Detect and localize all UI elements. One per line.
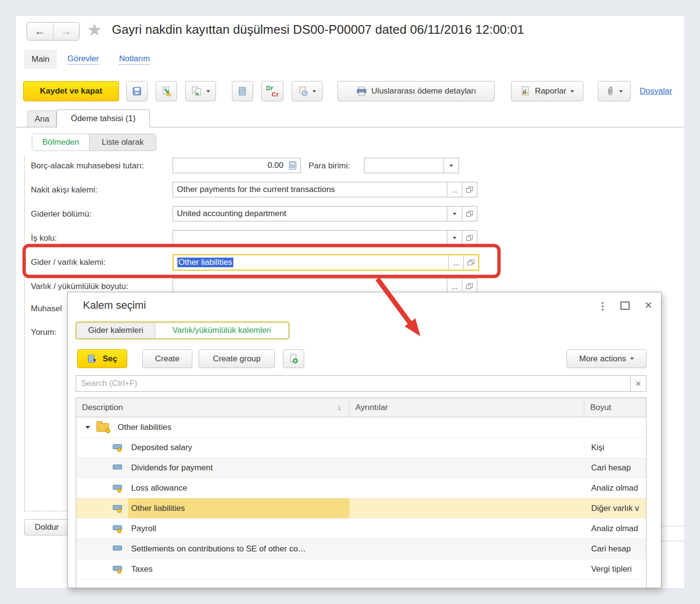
column-header-boyut[interactable]: Boyut <box>584 398 646 417</box>
create-group-button[interactable]: Create group <box>199 349 275 368</box>
tab-gider-kalemleri[interactable]: Gider kalemleri <box>76 322 155 339</box>
dialog-tab-group: Gider kalemleri Varlık/yükümlülük kaleml… <box>75 321 290 340</box>
table-row[interactable]: Other liabilities Diğer varlık v <box>76 498 646 519</box>
expense-dept-field[interactable]: United accounting department <box>173 206 477 221</box>
item-description: Other liabilities <box>128 498 350 518</box>
amount-field <box>173 158 284 173</box>
dialog-title: Kalem seçimi <box>83 299 146 312</box>
expense-dept-open-button[interactable] <box>462 206 477 221</box>
cash-flow-value: Other payments for the current transacti… <box>173 182 447 197</box>
table-row[interactable]: Payroll Analiz olmad <box>76 519 646 539</box>
window-title: Gayri nakdin kayıttan düşülmesi DS00-P00… <box>112 22 524 37</box>
table-row[interactable]: Dividends for payment Cari hesap <box>76 458 646 478</box>
tree-expand-icon[interactable] <box>83 426 92 429</box>
tab-varlik-yukumluluk-kalemleri[interactable]: Varlık/yükümlülük kalemleri <box>155 322 289 339</box>
expense-dept-value: United accounting department <box>173 206 447 221</box>
expense-asset-choose-button[interactable]: ... <box>448 255 463 270</box>
clear-search-button[interactable]: × <box>630 376 646 391</box>
business-line-dropdown-button[interactable] <box>447 231 462 245</box>
cash-flow-field[interactable]: Other payments for the current transacti… <box>173 182 477 197</box>
post-and-close-button[interactable] <box>185 81 216 101</box>
open-icon <box>466 187 473 192</box>
amount-input[interactable] <box>173 158 287 173</box>
currency-select[interactable] <box>364 158 459 173</box>
select-list-cursor-icon <box>87 354 99 364</box>
boyut-cell: Analiz olmad <box>584 519 646 538</box>
fill-button[interactable]: Doldur <box>24 519 69 535</box>
asset-dimension-choose-button[interactable]: ... <box>447 279 462 293</box>
column-header-ayrintilar[interactable]: Ayrıntılar <box>350 398 584 417</box>
business-line-label: İş kolu: <box>31 233 57 243</box>
table-row[interactable]: Loss allowance Analiz olmad <box>76 478 646 498</box>
tab-notlarim[interactable]: Notlarım <box>119 54 150 65</box>
printer-icon <box>356 86 367 96</box>
table-row[interactable]: Other liabilities <box>76 417 646 438</box>
description-cell: Taxes <box>76 559 350 579</box>
expense-dept-dropdown-button[interactable] <box>447 206 462 221</box>
cash-flow-choose-button[interactable]: ... <box>447 182 462 197</box>
form-splitter-dashed[interactable] <box>24 511 68 511</box>
close-button[interactable]: × <box>643 298 654 312</box>
expense-asset-item-field[interactable]: Other liabilities ... <box>173 254 479 271</box>
search-input[interactable] <box>76 376 630 391</box>
table-row[interactable]: Deposited salary Kişi <box>76 438 646 458</box>
maximize-button[interactable] <box>620 302 630 310</box>
clear-icon: × <box>635 378 641 389</box>
select-button[interactable]: Seç <box>77 349 127 368</box>
reports-button[interactable]: Raporlar <box>511 81 583 101</box>
more-actions-button[interactable]: More actions <box>566 349 646 368</box>
calculator-button[interactable] <box>284 158 301 173</box>
boyut-cell <box>584 417 646 437</box>
business-line-field[interactable] <box>173 230 477 246</box>
chevron-down-icon <box>570 90 574 93</box>
table-row[interactable]: Settlements on contributions to SE of ot… <box>76 539 646 559</box>
chevron-down-icon <box>312 90 316 93</box>
item-description: Other liabilities <box>115 417 350 437</box>
tab-odeme-tahsisi[interactable]: Ödeme tahsisi (1) <box>56 110 150 127</box>
cash-flow-open-button[interactable] <box>462 182 477 197</box>
table-row[interactable]: Taxes Vergi tipleri <box>76 559 646 579</box>
details-cell <box>350 458 584 478</box>
forward-button[interactable]: → <box>53 23 80 40</box>
save-button[interactable] <box>126 81 148 101</box>
close-icon: × <box>645 298 652 313</box>
floppy-save-icon <box>132 86 142 96</box>
boyut-cell: Vergi tipleri <box>584 559 646 579</box>
currency-dropdown-button[interactable] <box>444 158 458 173</box>
debit-credit-button[interactable]: DrCr <box>261 81 283 101</box>
kebab-icon: ⋮ <box>598 300 607 312</box>
intl-payment-details-button[interactable]: Uluslararası ödeme detayları <box>337 81 495 101</box>
create-button[interactable]: Create <box>142 349 192 368</box>
tab-gorevler[interactable]: Görevler <box>67 54 99 65</box>
column-header-description[interactable]: Description ↓ <box>76 398 350 417</box>
details-cell <box>350 519 584 538</box>
tab-ana[interactable]: Ana <box>27 110 56 127</box>
chevron-down-icon <box>630 357 634 360</box>
description-cell: Other liabilities <box>76 498 350 518</box>
files-link[interactable]: Dosyalar <box>640 86 672 96</box>
save-close-button[interactable]: Kaydet ve kapat <box>23 81 119 101</box>
cash-flow-label: Nakit akışı kalemi: <box>31 185 97 195</box>
toggle-liste-olarak[interactable]: Liste olarak <box>89 134 156 151</box>
add-item-button[interactable] <box>283 349 304 368</box>
accounting-label-partial: Muhasel <box>31 304 62 314</box>
chevron-down-icon <box>453 213 457 215</box>
document-history-button[interactable] <box>292 81 323 101</box>
view-toggle-group: Bölmeden Liste olarak <box>32 134 156 151</box>
kebab-menu-button[interactable]: ⋮ <box>597 300 608 312</box>
item-icon <box>113 525 122 533</box>
tab-main[interactable]: Main <box>24 50 57 69</box>
asset-dimension-open-button[interactable] <box>462 279 477 293</box>
business-line-open-button[interactable] <box>462 231 477 245</box>
item-icon <box>113 545 122 553</box>
attachments-button[interactable] <box>598 81 631 101</box>
favorite-star-icon[interactable]: ★ <box>87 20 102 40</box>
comment-label: Yorum: <box>31 328 56 337</box>
expense-asset-open-button[interactable] <box>463 255 478 270</box>
back-button[interactable]: ← <box>27 23 53 40</box>
register-records-button[interactable] <box>232 81 253 101</box>
item-description: Payroll <box>128 519 350 538</box>
group-frame-border <box>24 155 25 512</box>
toggle-bolmeden[interactable]: Bölmeden <box>32 134 89 151</box>
post-document-button[interactable] <box>156 81 177 101</box>
